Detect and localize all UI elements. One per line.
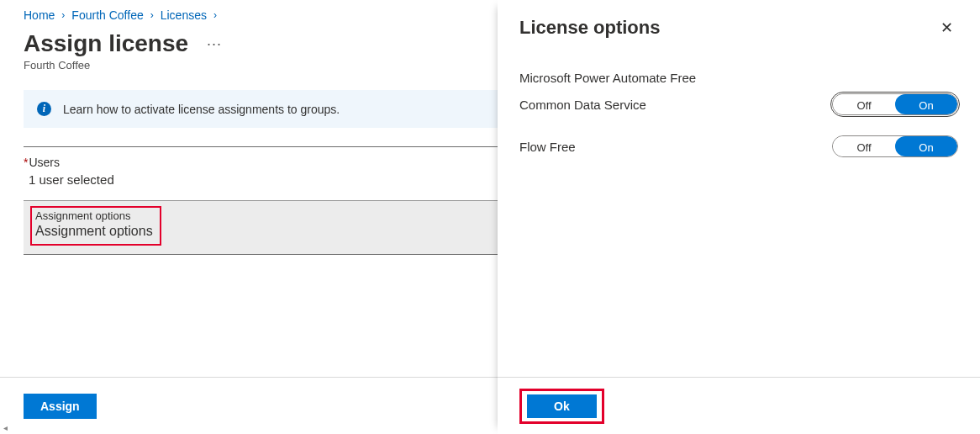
more-actions-button[interactable]: ··· bbox=[202, 33, 227, 55]
required-star-icon: * bbox=[24, 156, 28, 169]
breadcrumb-group[interactable]: Fourth Coffee bbox=[71, 8, 143, 22]
main-footer: Assign bbox=[0, 377, 498, 434]
info-text: Learn how to activate license assignment… bbox=[63, 103, 340, 116]
panel-title: License options bbox=[519, 17, 660, 39]
info-banner: i Learn how to activate license assignme… bbox=[24, 90, 498, 128]
license-option-label: Common Data Service bbox=[519, 98, 646, 112]
panel-footer: Ok bbox=[498, 377, 980, 434]
highlight-box: Ok bbox=[519, 389, 604, 424]
breadcrumb-licenses[interactable]: Licenses bbox=[161, 8, 207, 22]
toggle-on-button[interactable]: On bbox=[895, 136, 957, 156]
page-title: Assign license bbox=[24, 30, 188, 57]
license-option-row: Common Data ServiceOffOn bbox=[519, 93, 958, 115]
users-label: *Users bbox=[0, 147, 498, 172]
breadcrumb: Home › Fourth Coffee › Licenses › bbox=[0, 0, 498, 22]
plan-name: Microsoft Power Automate Free bbox=[519, 71, 958, 85]
close-icon[interactable]: ✕ bbox=[935, 17, 958, 39]
info-icon: i bbox=[37, 102, 51, 116]
breadcrumb-home[interactable]: Home bbox=[24, 8, 55, 22]
toggle-off-button[interactable]: Off bbox=[833, 94, 895, 114]
chevron-right-icon: › bbox=[150, 9, 154, 21]
assign-button[interactable]: Assign bbox=[24, 394, 97, 419]
ok-button[interactable]: Ok bbox=[527, 394, 597, 418]
page-subtitle: Fourth Coffee bbox=[0, 59, 498, 90]
users-value[interactable]: 1 user selected bbox=[0, 172, 498, 200]
highlight-box: Assignment options Assignment options bbox=[30, 206, 161, 246]
assignment-label: Assignment options bbox=[35, 209, 153, 222]
license-option-label: Flow Free bbox=[519, 140, 576, 154]
on-off-toggle[interactable]: OffOn bbox=[832, 93, 958, 115]
toggle-on-button[interactable]: On bbox=[895, 94, 957, 114]
license-options-panel: License options ✕ Microsoft Power Automa… bbox=[498, 0, 980, 434]
scroll-caret-icon: ◂ bbox=[3, 423, 8, 432]
assignment-value: Assignment options bbox=[35, 224, 153, 239]
main-pane: Home › Fourth Coffee › Licenses › Assign… bbox=[0, 0, 498, 434]
toggle-off-button[interactable]: Off bbox=[833, 136, 895, 156]
assignment-options-row[interactable]: Assignment options Assignment options bbox=[24, 200, 498, 255]
on-off-toggle[interactable]: OffOn bbox=[832, 135, 958, 157]
chevron-right-icon: › bbox=[61, 9, 65, 21]
chevron-right-icon: › bbox=[213, 9, 217, 21]
license-option-row: Flow FreeOffOn bbox=[519, 135, 958, 157]
